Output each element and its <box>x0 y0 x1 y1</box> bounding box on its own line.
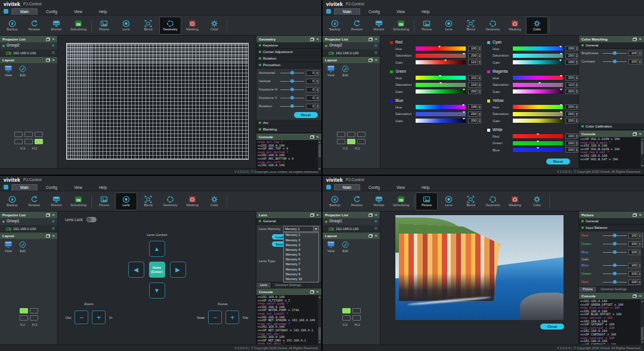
undock-icon[interactable] <box>310 135 314 139</box>
value-spinner[interactable]: 122 <box>468 60 481 65</box>
gradient-bar[interactable] <box>513 76 563 80</box>
value-spinner[interactable]: 0 <box>306 104 319 109</box>
bar-marker[interactable] <box>560 111 562 113</box>
section-header[interactable]: Pincushion <box>256 62 321 69</box>
menu-main[interactable]: Main <box>334 8 360 15</box>
toolbar-button[interactable]: Backup <box>1 192 23 210</box>
gradient-bar[interactable] <box>513 89 563 94</box>
value-spinner[interactable]: 0 <box>306 79 319 84</box>
slider-track[interactable] <box>603 252 627 253</box>
toolbar-button[interactable]: Lens <box>115 17 137 35</box>
dropdown-option[interactable]: Memory 3 <box>284 243 318 247</box>
shift-down-button[interactable]: ▼ <box>149 282 165 299</box>
close-icon[interactable]: × <box>52 234 55 238</box>
gradient-bar[interactable] <box>513 141 563 145</box>
slider-track[interactable] <box>280 73 304 73</box>
menu-view[interactable]: View <box>388 9 413 15</box>
toolbar-button[interactable]: Lens <box>438 192 460 210</box>
undock-icon[interactable] <box>633 213 637 217</box>
bar-marker[interactable] <box>463 53 465 55</box>
bar-marker[interactable] <box>560 118 562 120</box>
slider-track[interactable] <box>603 244 627 244</box>
bar-marker[interactable] <box>560 75 562 77</box>
lens-lock-toggle[interactable] <box>86 217 97 222</box>
scrollbar[interactable] <box>640 299 644 344</box>
tab-common-settings[interactable]: Common Settings <box>271 282 305 288</box>
layout-view-button[interactable]: View <box>327 66 335 77</box>
value-spinner[interactable]: 0 <box>306 95 319 101</box>
value-spinner[interactable]: 200 <box>468 111 481 117</box>
value-spinner[interactable]: 200 <box>565 111 578 117</box>
toolbar-button[interactable]: Geometry <box>159 17 181 35</box>
section-header[interactable]: General <box>579 218 644 225</box>
layout-cell[interactable] <box>24 139 33 144</box>
value-spinner[interactable]: 200 <box>565 89 578 94</box>
close-icon[interactable]: × <box>316 290 319 294</box>
toolbar-button[interactable]: Restore <box>346 17 368 35</box>
row-menu-icon[interactable]: ≡ <box>374 51 377 55</box>
layout-cell[interactable] <box>352 315 361 321</box>
slider-handle[interactable] <box>290 71 294 74</box>
layout-cell[interactable] <box>20 315 28 321</box>
close-icon[interactable]: × <box>374 38 377 41</box>
toolbar-button[interactable]: ON Scheduling <box>390 192 412 210</box>
close-icon[interactable]: × <box>639 132 642 136</box>
projector-group-row[interactable]: Group1 ≡ <box>323 218 380 225</box>
warp-grid[interactable] <box>66 43 249 160</box>
slider-row[interactable]: Vertical 0 <box>256 77 321 85</box>
undock-icon[interactable] <box>633 38 637 41</box>
toolbar-button[interactable]: Picture <box>416 192 438 210</box>
focus-near-button[interactable]: − <box>208 310 222 324</box>
toolbar-button[interactable]: ON Scheduling <box>67 192 89 210</box>
value-spinner[interactable]: 199 <box>565 46 578 51</box>
toolbar-button[interactable]: ON Scheduling <box>67 17 89 35</box>
bar-marker[interactable] <box>537 133 539 135</box>
close-icon[interactable]: × <box>374 58 377 62</box>
zoom-out-button[interactable]: − <box>75 310 88 324</box>
value-spinner[interactable]: 100 <box>468 46 481 51</box>
close-icon[interactable]: × <box>374 234 377 238</box>
undock-icon[interactable] <box>310 38 314 41</box>
bar-marker[interactable] <box>560 89 562 91</box>
slider-track[interactable] <box>603 274 627 274</box>
bar-marker[interactable] <box>537 147 539 149</box>
dropdown-option[interactable]: Memory 8 <box>284 267 318 272</box>
menu-config[interactable]: Config <box>38 185 66 191</box>
toolbar-button[interactable]: Color <box>526 192 548 210</box>
menu-help[interactable]: Help <box>91 185 115 191</box>
undock-icon[interactable] <box>46 234 50 238</box>
bar-marker[interactable] <box>559 60 562 61</box>
menu-main[interactable]: Main <box>11 8 38 15</box>
dropdown-option[interactable]: Memory 6 <box>284 257 318 262</box>
scrollbar[interactable] <box>318 295 321 344</box>
menu-main[interactable]: Main <box>11 184 38 191</box>
section-header[interactable]: Keystone <box>256 42 321 49</box>
toolbar-button[interactable]: Blend <box>137 17 159 35</box>
slider-handle[interactable] <box>613 242 617 246</box>
focus-far-button[interactable]: + <box>225 310 239 324</box>
value-spinner[interactable]: 100 <box>565 133 578 139</box>
close-icon[interactable]: × <box>316 135 319 139</box>
undock-icon[interactable] <box>46 58 50 62</box>
projector-row[interactable]: 192.168.0.100 ≡ <box>0 225 57 232</box>
toolbar-button[interactable]: Blend <box>460 17 482 35</box>
slider-track[interactable] <box>280 89 304 90</box>
value-spinner[interactable]: 100 <box>628 263 642 268</box>
slider-row[interactable]: Rotation 0 <box>256 102 321 110</box>
value-spinner[interactable]: 100 <box>628 241 642 247</box>
bar-marker[interactable] <box>560 104 562 106</box>
slider-handle[interactable] <box>613 250 617 254</box>
value-spinner[interactable]: 200 <box>565 104 578 110</box>
row-menu-icon[interactable]: ≡ <box>52 226 55 231</box>
layout-cell[interactable] <box>342 308 351 313</box>
menu-help[interactable]: Help <box>413 9 438 15</box>
layout-cell[interactable] <box>347 132 355 137</box>
bar-marker[interactable] <box>438 46 441 48</box>
toolbar-button[interactable]: Color <box>203 17 225 35</box>
close-icon[interactable]: × <box>52 38 55 41</box>
value-spinner[interactable]: 100 <box>628 233 642 238</box>
layout-edit-button[interactable]: Edit <box>342 66 349 77</box>
bar-marker[interactable] <box>439 75 441 77</box>
gradient-bar[interactable] <box>513 134 563 138</box>
undock-icon[interactable] <box>633 132 637 136</box>
